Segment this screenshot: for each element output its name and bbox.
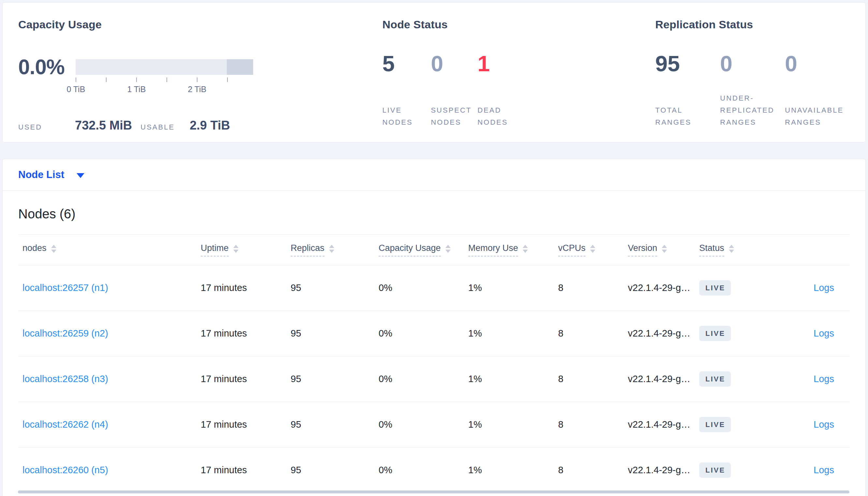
stat-label: SUSPECT NODES — [431, 104, 470, 128]
capacity-usage-cell: 0% — [374, 419, 464, 430]
logs-link[interactable]: Logs — [813, 465, 834, 475]
sort-icon — [590, 245, 595, 253]
axis-tick — [166, 77, 167, 82]
replication-status-title: Replication Status — [655, 17, 850, 32]
column-header-label: Capacity Usage — [379, 243, 441, 257]
status-badge: LIVE — [699, 326, 731, 341]
used-value: 732.5 MiB — [75, 119, 132, 133]
table-row: localhost:26259 (n2) 17 minutes 95 0% 1%… — [18, 311, 850, 356]
axis-tick — [106, 77, 107, 82]
node-link[interactable]: localhost:26260 (n5) — [23, 465, 108, 475]
status-badge: LIVE — [699, 417, 731, 432]
sort-icon — [523, 245, 528, 253]
node-link[interactable]: localhost:26259 (n2) — [23, 328, 108, 339]
stat-value: 5 — [382, 51, 431, 76]
stat-label: TOTAL RANGES — [655, 104, 713, 128]
column-header-label: nodes — [23, 243, 47, 257]
nodes-table-header: nodes Uptime Replicas Capacity Usage Mem… — [18, 234, 850, 265]
stat-label: DEAD NODES — [477, 104, 517, 128]
stat-value: 0 — [785, 51, 850, 76]
replication-stats: 95 TOTAL RANGES 0 UNDER-REPLICATED RANGE… — [655, 51, 850, 128]
view-switcher-label: Node List — [18, 169, 64, 181]
cluster-summary-card: Capacity Usage 0.0% 0 TiB 1 TiB 2 TiB US… — [2, 2, 866, 142]
version-cell: v22.1.4-29-g… — [624, 374, 695, 384]
stat-value: 1 — [477, 51, 533, 76]
uptime-cell: 17 minutes — [196, 374, 286, 384]
replicas-cell: 95 — [286, 374, 374, 384]
memory-use-cell: 1% — [464, 328, 554, 339]
uptime-cell: 17 minutes — [196, 282, 286, 293]
sort-icon — [233, 245, 239, 253]
node-status-panel: Node Status 5 LIVE NODES 0 SUSPECT NODES… — [382, 17, 655, 142]
memory-use-cell: 1% — [464, 419, 554, 430]
version-cell: v22.1.4-29-g… — [624, 465, 695, 476]
column-header[interactable]: Replicas — [286, 243, 374, 257]
column-header-label: vCPUs — [558, 243, 585, 257]
stat-column: 5 LIVE NODES — [382, 51, 431, 128]
capacity-usage-cell: 0% — [374, 282, 464, 293]
nodes-table-body: localhost:26257 (n1) 17 minutes 95 0% 1%… — [18, 265, 850, 493]
axis-tick — [136, 77, 137, 82]
stat-column: 0 SUSPECT NODES — [431, 51, 477, 128]
stat-column: 1 DEAD NODES — [477, 51, 533, 128]
view-switcher-row: Node List — [3, 159, 865, 191]
column-header-label: Memory Use — [468, 243, 518, 257]
stat-value: 0 — [720, 51, 785, 76]
used-label: USED — [18, 123, 75, 131]
vcpus-cell: 8 — [554, 465, 624, 476]
logs-link[interactable]: Logs — [813, 328, 834, 339]
vcpus-cell: 8 — [554, 419, 624, 430]
sort-icon — [329, 245, 334, 253]
version-cell: v22.1.4-29-g… — [624, 328, 695, 339]
sort-icon — [729, 245, 734, 253]
stat-value: 95 — [655, 51, 720, 76]
column-header[interactable]: vCPUs — [554, 243, 624, 257]
vcpus-cell: 8 — [554, 328, 624, 339]
node-status-title: Node Status — [382, 17, 655, 32]
usable-label: USABLE — [140, 123, 175, 131]
table-row: localhost:26257 (n1) 17 minutes 95 0% 1%… — [18, 265, 850, 311]
vcpus-cell: 8 — [554, 374, 624, 384]
node-link[interactable]: localhost:26257 (n1) — [23, 282, 108, 293]
status-badge: LIVE — [699, 371, 731, 387]
capacity-usage-title: Capacity Usage — [18, 17, 382, 32]
column-header-label: Status — [699, 243, 724, 257]
logs-link[interactable]: Logs — [813, 374, 834, 384]
table-row: localhost:26262 (n4) 17 minutes 95 0% 1%… — [18, 402, 850, 448]
logs-link[interactable]: Logs — [813, 419, 834, 430]
replicas-cell: 95 — [286, 419, 374, 430]
uptime-cell: 17 minutes — [196, 465, 286, 476]
column-header[interactable]: Capacity Usage — [374, 243, 464, 257]
view-switcher-dropdown[interactable]: Node List — [18, 169, 85, 181]
column-header-label: Version — [628, 243, 657, 257]
logs-link[interactable]: Logs — [813, 282, 834, 293]
column-header[interactable]: nodes — [18, 243, 196, 257]
replication-status-panel: Replication Status 95 TOTAL RANGES 0 UND… — [655, 17, 850, 142]
node-link[interactable]: localhost:26262 (n4) — [23, 419, 108, 430]
sort-icon — [51, 245, 56, 253]
uptime-cell: 17 minutes — [196, 419, 286, 430]
replicas-cell: 95 — [286, 282, 374, 293]
capacity-bar-chart: 0 TiB 1 TiB 2 TiB — [76, 59, 253, 98]
table-row: localhost:26260 (n5) 17 minutes 95 0% 1%… — [18, 448, 850, 493]
capacity-used-usable-row: USED 732.5 MiB USABLE 2.9 TiB — [18, 119, 382, 133]
capacity-bar-secondary-segment — [227, 59, 253, 75]
chevron-down-icon — [77, 173, 85, 178]
column-header[interactable]: Version — [624, 243, 695, 257]
axis-tick-label: 0 TiB — [66, 84, 85, 94]
status-badge: LIVE — [699, 280, 731, 295]
axis-tick — [76, 77, 76, 82]
status-badge: LIVE — [699, 463, 731, 478]
version-cell: v22.1.4-29-g… — [624, 282, 695, 293]
stat-column: 0 UNAVAILABLE RANGES — [785, 51, 850, 128]
column-header[interactable]: Status — [695, 243, 760, 257]
column-header[interactable]: Uptime — [196, 243, 286, 257]
capacity-usage-cell: 0% — [374, 374, 464, 384]
stat-label: UNAVAILABLE RANGES — [785, 104, 843, 128]
column-header[interactable]: Memory Use — [464, 243, 554, 257]
nodes-count-title: Nodes (6) — [18, 206, 850, 222]
vcpus-cell: 8 — [554, 282, 624, 293]
axis-tick-label: 2 TiB — [188, 84, 206, 94]
horizontal-scrollbar[interactable] — [18, 491, 850, 493]
node-link[interactable]: localhost:26258 (n3) — [23, 374, 108, 384]
